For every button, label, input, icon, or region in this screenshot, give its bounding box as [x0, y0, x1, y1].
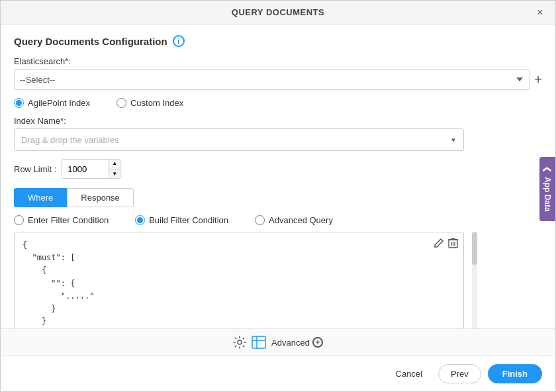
svg-rect-6 — [252, 336, 265, 348]
enter-filter-label: Enter Filter Condition — [28, 215, 109, 225]
index-name-placeholder: Drag & drop the variables — [21, 135, 118, 145]
close-button[interactable]: × — [533, 5, 547, 20]
tab-where[interactable]: Where — [14, 188, 67, 207]
modal-container: QUERY DOCUMENTS × ❮ App Data Query Docum… — [0, 0, 556, 392]
app-data-tab[interactable]: ❮ App Data — [539, 157, 555, 221]
modal-footer: Cancel Prev Finish — [1, 356, 555, 391]
modal-titlebar: QUERY DOCUMENTS × — [1, 1, 555, 24]
advanced-query-label: Advanced Query — [269, 215, 333, 225]
edit-code-button[interactable] — [434, 238, 444, 248]
enter-filter-radio[interactable] — [14, 215, 24, 225]
spinner-up[interactable]: ▲ — [109, 159, 120, 170]
advanced-button[interactable]: Advanced + — [271, 337, 323, 348]
modal-overlay: QUERY DOCUMENTS × ❮ App Data Query Docum… — [0, 0, 556, 392]
scrollbar-thumb[interactable] — [472, 232, 477, 265]
grid-icon-button[interactable] — [252, 336, 266, 349]
modal-title: QUERY DOCUMENTS — [232, 7, 324, 17]
build-filter-label: Build Filter Condition — [149, 215, 228, 225]
enter-filter-radio-item[interactable]: Enter Filter Condition — [14, 215, 109, 225]
row-limit-label: Row Limit : — [14, 164, 56, 174]
custom-radio-item[interactable]: Custom Index — [116, 98, 183, 108]
spinner-down[interactable]: ▼ — [109, 170, 120, 179]
custom-radio-label: Custom Index — [130, 98, 183, 108]
app-data-label: App Data — [543, 177, 552, 212]
index-name-chevron: ▼ — [450, 136, 457, 144]
custom-radio[interactable] — [116, 98, 126, 108]
code-content: { "must": [ { "": { "....." } } ] } — [23, 239, 455, 328]
elasticsearch-label: Elasticsearch*: — [14, 56, 542, 66]
advanced-query-radio[interactable] — [255, 215, 265, 225]
advanced-label: Advanced — [271, 338, 310, 348]
advanced-plus-icon: + — [312, 337, 323, 348]
cancel-button[interactable]: Cancel — [387, 365, 432, 383]
code-section: { "must": [ { "": { "....." } } ] } — [14, 232, 477, 328]
code-toolbar — [434, 238, 458, 248]
index-name-label: Index Name*: — [14, 116, 542, 126]
index-name-input[interactable]: Drag & drop the variables ▼ — [14, 128, 464, 151]
elasticsearch-group: Elasticsearch*: --Select-- + — [14, 56, 542, 90]
add-elasticsearch-button[interactable]: + — [534, 72, 542, 87]
index-type-group: AgilePoint Index Custom Index — [14, 98, 542, 108]
code-editor[interactable]: { "must": [ { "": { "....." } } ] } — [14, 232, 464, 328]
agilepoint-radio[interactable] — [14, 98, 24, 108]
modal-body: Query Documents Configuration i Elastics… — [1, 24, 555, 328]
row-limit-spinner: ▲ ▼ — [62, 159, 120, 179]
elasticsearch-select[interactable]: --Select-- — [14, 69, 530, 90]
build-filter-radio-item[interactable]: Build Filter Condition — [135, 215, 228, 225]
svg-point-5 — [238, 340, 242, 344]
info-icon[interactable]: i — [173, 35, 185, 47]
section-title-text: Query Documents Configuration — [14, 36, 167, 47]
section-header: Query Documents Configuration i — [14, 35, 542, 47]
tab-bar: Where Response — [14, 188, 542, 207]
prev-button[interactable]: Prev — [438, 364, 481, 383]
advanced-query-radio-item[interactable]: Advanced Query — [255, 215, 333, 225]
build-filter-radio[interactable] — [135, 215, 145, 225]
row-limit-input[interactable] — [62, 159, 109, 179]
index-name-group: Index Name*: Drag & drop the variables ▼ — [14, 116, 542, 151]
bottom-bar: Advanced + — [1, 328, 555, 356]
row-limit-group: Row Limit : ▲ ▼ — [14, 159, 542, 179]
agilepoint-radio-item[interactable]: AgilePoint Index — [14, 98, 90, 108]
settings-icon-button[interactable] — [233, 336, 246, 349]
app-data-chevron: ❮ — [543, 166, 552, 173]
tab-response[interactable]: Response — [67, 188, 134, 207]
finish-button[interactable]: Finish — [488, 364, 542, 383]
filter-condition-group: Enter Filter Condition Build Filter Cond… — [14, 215, 542, 225]
spinner-arrows: ▲ ▼ — [109, 159, 120, 179]
elasticsearch-select-wrapper: --Select-- + — [14, 69, 542, 90]
delete-code-button[interactable] — [448, 238, 458, 248]
agilepoint-radio-label: AgilePoint Index — [28, 98, 90, 108]
scrollbar-track — [472, 232, 477, 328]
